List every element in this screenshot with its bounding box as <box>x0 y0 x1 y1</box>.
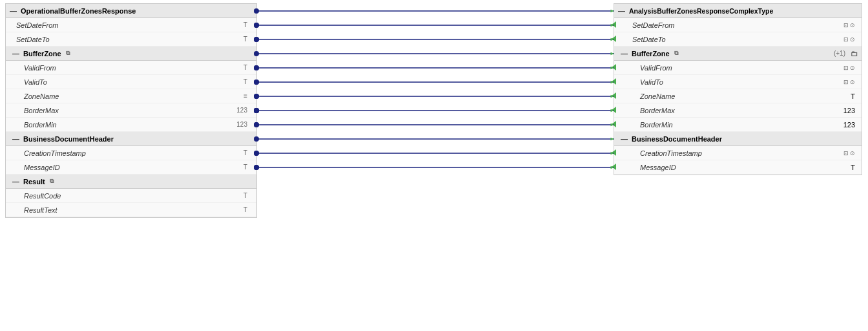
r-bizdoc-collapse[interactable]: — <box>621 135 628 143</box>
resultcode-label: ResultCode <box>24 192 243 200</box>
resulttext-type: T <box>243 206 253 213</box>
r-bizdoc-header: — BusinessDocumentHeader <box>614 132 862 146</box>
arrow-target-bordermax <box>612 107 618 114</box>
row-setdatefrom: SetDateFrom T <box>6 18 256 32</box>
r-row-setdateto: SetDateTo ⊡ ⊙ <box>614 32 862 47</box>
setdatefrom-type: T <box>243 21 253 28</box>
row-zonename: ZoneName ≡ <box>6 89 256 103</box>
right-panel: — AnalysisBufferZonesResponseComplexType… <box>614 3 862 175</box>
bordermax-label: BorderMax <box>24 107 236 114</box>
row-creationtimestamp: CreationTimestamp T <box>6 146 256 160</box>
r-row-setdatefrom: SetDateFrom ⊡ ⊙ <box>614 18 862 32</box>
setdateto-label: SetDateTo <box>16 36 243 43</box>
r-setdateto-icon2: ⊙ <box>850 36 855 43</box>
r-setdateto-icon1: ⊡ <box>843 36 849 43</box>
r-setdateto-label: SetDateTo <box>625 36 843 43</box>
r-row-bordermax: BorderMax 123 <box>614 103 862 118</box>
r-zonename-label: ZoneName <box>632 92 851 100</box>
bordermin-type: 123 <box>236 121 253 128</box>
svg-marker-7 <box>612 149 616 156</box>
r-setdatefrom-icon2: ⊙ <box>850 22 855 28</box>
r-bufferzone-badge: (+1) <box>834 50 845 57</box>
resultcode-type: T <box>243 192 253 199</box>
arrow-target-bordermin <box>612 121 618 129</box>
r-bordermin-type: 123 <box>843 121 858 129</box>
r-bordermax-label: BorderMax <box>632 107 843 114</box>
r-messageid-label: MessageID <box>632 164 851 171</box>
svg-marker-6 <box>612 121 616 127</box>
validfrom-type: T <box>243 64 253 71</box>
collapse-icon[interactable]: — <box>10 7 17 15</box>
creation-label: CreationTimestamp <box>24 149 243 157</box>
svg-marker-8 <box>612 164 616 170</box>
zonename-type: ≡ <box>243 92 253 100</box>
r-row-validfrom: ValidFrom ⊡ ⊙ <box>614 61 862 75</box>
dot-setdatefrom <box>254 23 259 28</box>
r-bufferzone-folder-icon: 🗀 <box>851 50 858 58</box>
row-validfrom: ValidFrom T <box>6 61 256 75</box>
row-bordermax: BorderMax 123 <box>6 103 256 118</box>
r-bufferzone-copy-icon: ⧉ <box>674 50 678 57</box>
validfrom-label: ValidFrom <box>24 64 243 72</box>
r-validto-icon2: ⊙ <box>850 79 855 85</box>
r-row-messageid: MessageID T <box>614 160 862 175</box>
r-creation-icon1: ⊡ <box>843 150 849 156</box>
left-panel: — OperationalBufferZonesResponse SetDate… <box>5 3 257 218</box>
validto-label: ValidTo <box>24 78 243 86</box>
r-validto-icon1: ⊡ <box>843 79 849 85</box>
dot-bizdoc <box>254 108 259 113</box>
r-row-zonename: ZoneName T <box>614 89 862 103</box>
zonename-label: ZoneName <box>24 92 243 100</box>
validto-type: T <box>243 78 253 85</box>
r-validfrom-icon1: ⊡ <box>843 65 849 71</box>
r-bizdoc-title: BusinessDocumentHeader <box>632 135 722 143</box>
r-row-creation: CreationTimestamp ⊡ ⊙ <box>614 146 862 160</box>
biz-doc-collapse-icon[interactable]: — <box>12 135 19 143</box>
setdateto-type: T <box>243 36 253 43</box>
result-collapse-icon[interactable]: — <box>12 178 19 186</box>
svg-marker-5 <box>612 107 616 113</box>
biz-doc-title: BusinessDocumentHeader <box>23 135 114 143</box>
arrow-target-setdateto <box>612 36 618 43</box>
row-messageid: MessageID T <box>6 160 256 175</box>
row-setdateto: SetDateTo T <box>6 32 256 47</box>
arrow-target-messageid <box>612 164 618 171</box>
arrow-target-creation <box>612 149 618 157</box>
result-header: — Result ⧉ <box>6 175 256 189</box>
r-zonename-type: T <box>851 92 858 100</box>
biz-doc-header: — BusinessDocumentHeader <box>6 132 256 146</box>
r-bordermin-label: BorderMin <box>632 121 843 129</box>
dot-validto <box>254 80 259 85</box>
dot-validfrom <box>254 65 259 70</box>
right-collapse-icon[interactable]: — <box>618 7 625 15</box>
r-validfrom-label: ValidFrom <box>632 64 843 72</box>
resulttext-label: ResultText <box>24 206 243 214</box>
svg-marker-4 <box>612 92 616 99</box>
arrow-target-setdatefrom <box>612 21 618 29</box>
r-validto-label: ValidTo <box>632 78 843 86</box>
creation-type: T <box>243 149 253 156</box>
r-setdatefrom-icon1: ⊡ <box>843 22 849 28</box>
row-validto: ValidTo T <box>6 75 256 89</box>
svg-marker-3 <box>612 78 616 85</box>
setdatefrom-label: SetDateFrom <box>16 21 243 29</box>
r-bufferzone-header: — BufferZone ⧉ (+1) 🗀 <box>614 47 862 61</box>
bufferzone-copy-icon: ⧉ <box>66 50 70 57</box>
svg-marker-0 <box>612 21 616 28</box>
bordermin-label: BorderMin <box>24 121 236 129</box>
r-setdatefrom-label: SetDateFrom <box>625 21 843 29</box>
dot-messageid <box>254 165 259 170</box>
r-row-bordermin: BorderMin 123 <box>614 118 862 132</box>
bufferzone-header: — BufferZone ⧉ <box>6 47 256 61</box>
r-bufferzone-collapse[interactable]: — <box>621 50 628 58</box>
bordermax-type: 123 <box>236 107 253 114</box>
result-copy-icon: ⧉ <box>50 178 54 185</box>
svg-marker-2 <box>612 64 616 70</box>
bufferzone-collapse-icon[interactable]: — <box>12 50 19 58</box>
r-messageid-type: T <box>851 164 858 171</box>
left-panel-title: OperationalBufferZonesResponse <box>21 7 136 15</box>
r-creation-icon2: ⊙ <box>850 150 855 156</box>
r-validfrom-icon2: ⊙ <box>850 65 855 71</box>
arrow-target-zonename <box>612 92 618 100</box>
dot-zonename <box>254 94 259 99</box>
